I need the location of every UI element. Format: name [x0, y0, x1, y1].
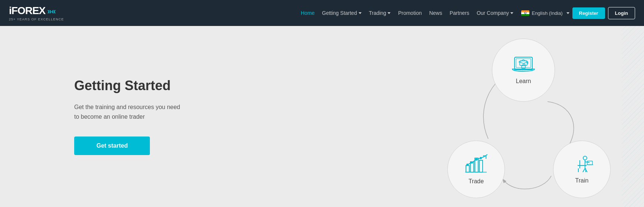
getting-started-diagram: Learn	[436, 31, 614, 202]
our-company-chevron-icon	[510, 12, 513, 14]
svg-point-25	[466, 164, 469, 166]
nav-links: Home Getting Started Trading Promotion N…	[301, 10, 513, 16]
navbar-right: English (India) Register Login	[521, 7, 635, 19]
svg-point-9	[583, 156, 587, 160]
india-flag-icon	[521, 10, 529, 16]
trade-circle[interactable]: Trade	[447, 141, 505, 198]
trade-icon	[464, 154, 488, 174]
decorative-pattern	[622, 26, 644, 207]
train-label: Train	[575, 177, 589, 184]
trade-label: Trade	[469, 178, 484, 185]
navbar: iFOREX »« 25+ YEARS OF EXCELLENCE Home G…	[0, 0, 644, 26]
learn-icon	[512, 56, 535, 74]
nav-trading[interactable]: Trading	[369, 10, 391, 16]
nav-our-company[interactable]: Our Company	[477, 10, 513, 16]
nav-news[interactable]: News	[429, 10, 442, 16]
svg-point-26	[471, 161, 473, 164]
svg-point-28	[480, 157, 482, 159]
train-circle[interactable]: Train	[553, 141, 611, 198]
nav-getting-started[interactable]: Getting Started	[322, 10, 361, 16]
logo-area: iFOREX »« 25+ YEARS OF EXCELLENCE	[9, 5, 64, 21]
language-selector[interactable]: English (India)	[521, 10, 569, 16]
train-icon	[571, 155, 593, 174]
svg-rect-19	[587, 161, 592, 165]
lang-chevron-icon	[566, 12, 569, 14]
hero-title: Getting Started	[74, 78, 185, 93]
svg-rect-8	[522, 66, 525, 68]
nav-partners[interactable]: Partners	[450, 10, 469, 16]
hero-content: Getting Started Get the training and res…	[0, 56, 185, 177]
svg-rect-3	[515, 57, 532, 69]
svg-rect-21	[466, 165, 469, 172]
get-started-button[interactable]: Get started	[74, 137, 150, 155]
nav-home[interactable]: Home	[301, 10, 315, 16]
getting-started-chevron-icon	[358, 12, 361, 14]
login-button[interactable]: Login	[608, 7, 635, 19]
hero-description: Get the training and resources you need …	[74, 102, 185, 121]
svg-line-18	[583, 168, 585, 172]
svg-rect-24	[479, 160, 483, 172]
nav-promotion[interactable]: Promotion	[398, 10, 422, 16]
svg-rect-5	[520, 61, 527, 65]
logo[interactable]: iFOREX »« 25+ YEARS OF EXCELLENCE	[9, 5, 64, 21]
logo-text: iFOREX »«	[9, 5, 64, 17]
hero-section: Getting Started Get the training and res…	[0, 26, 644, 207]
svg-marker-6	[519, 60, 528, 63]
register-button[interactable]: Register	[572, 7, 605, 19]
learn-label: Learn	[516, 78, 531, 85]
language-label: English (India)	[532, 10, 562, 16]
learn-circle[interactable]: Learn	[492, 39, 555, 102]
trading-chevron-icon	[388, 12, 391, 14]
logo-subtitle: 25+ YEARS OF EXCELLENCE	[9, 17, 64, 21]
svg-point-27	[475, 158, 477, 161]
